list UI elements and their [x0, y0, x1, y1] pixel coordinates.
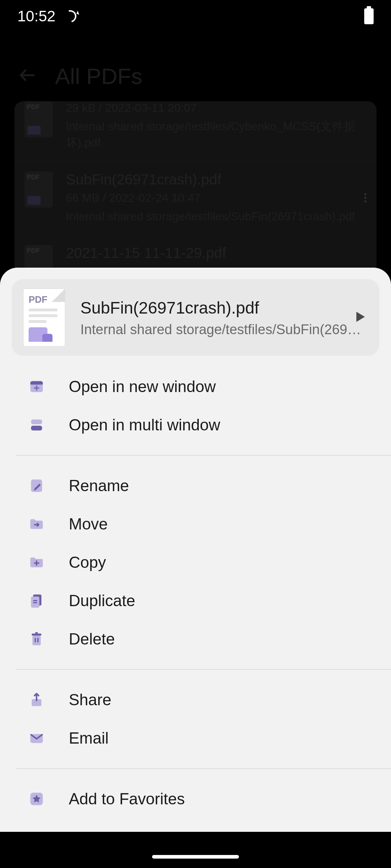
svg-rect-15 — [35, 638, 36, 642]
rename-icon — [28, 477, 45, 494]
menu-rename[interactable]: Rename — [0, 467, 391, 505]
status-bar: 10:52 — [0, 0, 391, 33]
delete-icon — [28, 631, 45, 647]
svg-rect-11 — [33, 602, 37, 603]
sheet-file-header[interactable]: PDF SubFin(26971crash).pdf Internal shar… — [12, 279, 379, 356]
copy-icon — [28, 554, 45, 571]
menu-label: Rename — [69, 477, 129, 495]
new-window-icon — [28, 378, 45, 395]
action-menu: Open in new window Open in multi window … — [0, 367, 391, 832]
menu-label: Move — [69, 515, 108, 533]
sync-icon — [62, 8, 79, 25]
menu-label: Delete — [69, 630, 115, 648]
svg-rect-9 — [31, 597, 39, 608]
svg-rect-7 — [31, 480, 42, 492]
menu-open-multi-window[interactable]: Open in multi window — [0, 406, 391, 444]
svg-rect-10 — [33, 600, 37, 601]
menu-delete[interactable]: Delete — [0, 620, 391, 658]
svg-rect-4 — [30, 383, 43, 384]
status-right — [364, 8, 374, 24]
menu-label: Duplicate — [69, 592, 135, 610]
sheet-file-path: Internal shared storage/testfiles/SubFin… — [80, 322, 365, 337]
bottom-sheet: PDF SubFin(26971crash).pdf Internal shar… — [0, 268, 391, 832]
menu-move[interactable]: Move — [0, 505, 391, 543]
svg-rect-6 — [31, 426, 42, 430]
pdf-thumb-icon: PDF — [23, 289, 65, 346]
menu-label: Email — [69, 729, 109, 747]
duplicate-icon — [28, 592, 45, 609]
menu-label: Open in multi window — [69, 416, 220, 434]
menu-divider — [16, 669, 391, 670]
svg-marker-1 — [356, 312, 365, 322]
menu-open-new-window[interactable]: Open in new window — [0, 367, 391, 406]
menu-copy[interactable]: Copy — [0, 543, 391, 582]
multi-window-icon — [28, 417, 45, 433]
star-icon — [28, 791, 45, 807]
menu-label: Add to Favorites — [69, 790, 185, 808]
status-left: 10:52 — [17, 8, 76, 25]
battery-icon — [364, 8, 374, 24]
svg-rect-14 — [35, 632, 38, 634]
menu-add-favorites[interactable]: Add to Favorites — [0, 780, 391, 818]
svg-rect-5 — [31, 420, 42, 424]
sheet-header-texts: SubFin(26971crash).pdf Internal shared s… — [80, 298, 365, 337]
svg-rect-16 — [37, 638, 38, 642]
status-time: 10:52 — [17, 8, 55, 25]
sheet-file-name: SubFin(26971crash).pdf — [80, 298, 365, 318]
menu-duplicate[interactable]: Duplicate — [0, 582, 391, 620]
share-icon — [28, 692, 45, 708]
menu-email[interactable]: Email — [0, 719, 391, 757]
menu-label: Share — [69, 691, 111, 709]
menu-divider — [16, 455, 391, 456]
menu-label: Open in new window — [69, 378, 216, 396]
chevron-right-icon — [356, 312, 365, 323]
home-indicator[interactable] — [152, 855, 239, 859]
menu-label: Copy — [69, 553, 106, 571]
menu-share[interactable]: Share — [0, 681, 391, 719]
menu-divider — [16, 768, 391, 769]
svg-rect-13 — [32, 634, 42, 636]
move-icon — [28, 516, 45, 532]
email-icon — [28, 730, 45, 746]
svg-rect-12 — [33, 635, 41, 645]
